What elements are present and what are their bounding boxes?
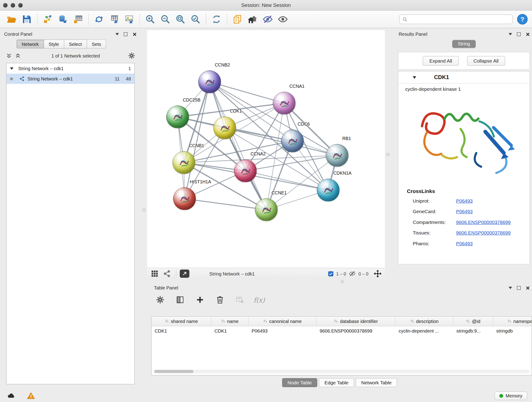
delete-column-button[interactable] [214,294,226,306]
network-node-ccnb1[interactable] [172,151,195,174]
vertical-splitter-handle[interactable] [142,208,146,211]
column-header[interactable]: database identifier [317,317,396,326]
column-header[interactable]: canonical name [249,317,317,326]
home-button[interactable] [245,12,260,26]
show-all-button[interactable] [275,12,291,26]
open-folder-icon [7,14,17,25]
import-network-database-button[interactable] [56,12,70,26]
panel-float-icon[interactable] [517,32,521,36]
node-table: shared namenamecanonical namedatabase id… [151,316,532,375]
collapse-all-button[interactable]: Collapse All [467,56,505,66]
network-canvas[interactable]: CCNB2CCNA1CDC25BCDK1CDC6RB1CCNB1CCNA2CDK… [147,30,385,268]
panel-float-icon[interactable] [517,286,521,290]
panel-close-icon[interactable]: ✕ [526,285,530,290]
results-panel-title: Results Panel [399,32,427,37]
network-node-cdkn1a[interactable] [317,179,340,201]
tab-select[interactable]: Select [64,40,87,49]
expand-all-button[interactable]: Expand All [423,56,458,66]
expand-all-icon[interactable] [14,52,21,59]
collapse-gene-icon[interactable] [413,76,416,79]
hide-selected-button[interactable] [260,12,275,26]
grid-view-icon[interactable] [151,269,159,278]
svg-text:?: ? [520,16,524,23]
copy-button[interactable] [230,12,245,26]
panel-menu-icon[interactable] [509,33,512,35]
panel-close-icon[interactable]: ✕ [526,32,530,37]
network-node-cdk1[interactable] [214,117,236,139]
search-input[interactable] [410,16,510,22]
export-table-button[interactable] [107,12,122,26]
table-row[interactable]: CDK1CDK1P064939606.ENSP00000378699cyclin… [152,326,532,335]
zoom-out-button[interactable] [158,12,173,26]
network-node-rb1[interactable] [326,144,348,167]
tab-style[interactable]: Style [44,40,64,49]
tab-edge-table[interactable]: Edge Table [319,378,354,387]
column-header[interactable]: name [211,317,249,326]
collapse-all-icon[interactable] [6,52,12,59]
tab-network[interactable]: Network [17,40,44,49]
refresh-button[interactable] [209,12,224,26]
crosslink-link[interactable]: P06493 [456,240,473,246]
column-header[interactable]: description [396,317,453,326]
column-header[interactable]: namespace [493,317,532,326]
network-node-ccna1[interactable] [273,92,296,115]
network-node-cdc25b[interactable] [166,106,189,128]
network-node-hist1h1a[interactable] [173,187,196,210]
network-node-cdc6[interactable] [281,130,304,153]
scrollbar-thumb[interactable] [154,370,194,373]
search-field[interactable] [399,14,513,24]
save-session-button[interactable] [19,12,34,26]
tab-sets[interactable]: Sets [87,40,106,49]
function-builder-button[interactable]: f(x) [254,296,265,304]
zoom-selected-button[interactable] [188,12,203,26]
gear-icon[interactable] [128,52,135,60]
panel-menu-icon[interactable] [509,287,512,289]
import-table-button[interactable] [70,12,86,26]
tab-node-table[interactable]: Node Table [282,378,317,387]
pan-crosshair-icon[interactable] [374,270,381,278]
warnings-button[interactable] [25,391,37,400]
crosslink-link[interactable]: P06493 [456,209,473,214]
create-column-button[interactable] [194,294,206,306]
table-settings-button[interactable] [154,294,166,306]
crosslink-link[interactable]: P06493 [456,198,473,203]
zoom-fit-button[interactable] [173,12,188,26]
network-share-icon[interactable] [163,269,171,278]
table-horizontal-scrollbar[interactable] [154,370,530,374]
network-node-label: CCNE1 [272,190,287,196]
network-node-ccnb2[interactable] [198,70,221,93]
cloud-status-button[interactable] [5,391,17,400]
hidden-eye-slash-icon[interactable] [349,270,356,277]
vertical-splitter-handle[interactable] [386,153,389,156]
column-header[interactable]: @id [453,317,493,326]
network-collection-row[interactable]: String Network – cdk1 1 [7,63,134,74]
export-image-button[interactable] [122,12,137,26]
network-node-ccna2[interactable] [234,160,257,182]
title-bar: Session: New Session [0,0,532,11]
network-node-label: HIST1H1A [190,179,211,185]
zoom-in-button[interactable] [143,12,158,26]
open-session-button[interactable] [4,12,19,26]
import-network-file-button[interactable] [40,12,56,26]
help-icon: ? [517,14,528,25]
tree-expand-icon[interactable] [10,67,13,70]
column-header[interactable]: shared name [152,317,211,326]
network-node-ccne1[interactable] [255,198,278,221]
memory-button[interactable]: Memory [495,391,527,400]
crosslink-link[interactable]: 9606.ENSP00000378699 [456,219,511,225]
crosslink-label: Tissues: [413,230,456,235]
horizontal-splitter-handle[interactable] [341,280,344,283]
help-button[interactable]: ? [517,14,528,25]
panel-menu-icon[interactable] [116,33,119,35]
gene-header-row[interactable]: CDK1 [399,71,530,84]
network-from-selection-button[interactable] [91,12,107,26]
panel-close-icon[interactable]: ✕ [133,32,137,37]
panel-float-icon[interactable] [124,32,128,36]
selected-checkbox[interactable] [328,271,334,276]
string-tab-badge[interactable]: String [452,40,476,48]
show-columns-button[interactable] [174,294,186,306]
tab-network-table[interactable]: Network Table [355,378,397,387]
detach-view-button[interactable] [180,269,190,278]
crosslink-link[interactable]: 9606.ENSP00000378699 [456,230,511,235]
network-row[interactable]: String Network – cdk1 11 48 [7,74,134,84]
